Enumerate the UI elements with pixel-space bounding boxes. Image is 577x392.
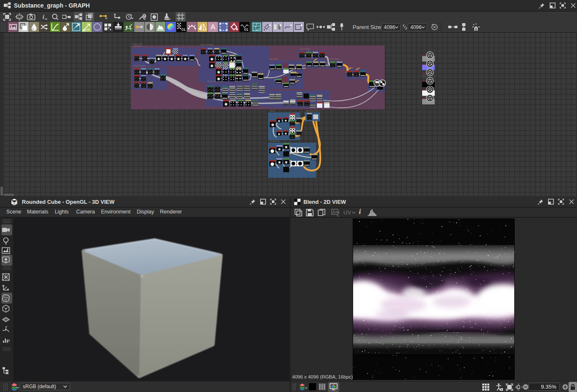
svg-text:Nebulas: Nebulas xyxy=(134,45,142,47)
svg-text:1:1: 1:1 xyxy=(18,16,21,19)
svg-text:Pixel Star Bits: Pixel Star Bits xyxy=(200,43,214,46)
svg-text:1:1: 1:1 xyxy=(517,386,520,389)
svg-text:Add Stars: Add Stars xyxy=(330,58,339,60)
svg-text:i: i xyxy=(43,13,45,20)
svg-text:Star distortions: Star distortions xyxy=(306,109,320,112)
svg-text:Stars: Stars xyxy=(270,109,275,112)
svg-text:Pixel Neb Stones: Pixel Neb Stones xyxy=(207,80,224,83)
svg-text:Blend BG: Blend BG xyxy=(269,58,279,60)
svg-text:Small Star: Small Star xyxy=(270,140,279,142)
svg-text:01: 01 xyxy=(181,27,186,32)
svg-text:01: 01 xyxy=(244,27,248,32)
svg-text:Pixel Texture: Pixel Texture xyxy=(134,64,146,67)
svg-text:A: A xyxy=(210,23,215,31)
svg-text:Quick Stars: Quick Stars xyxy=(300,48,311,50)
